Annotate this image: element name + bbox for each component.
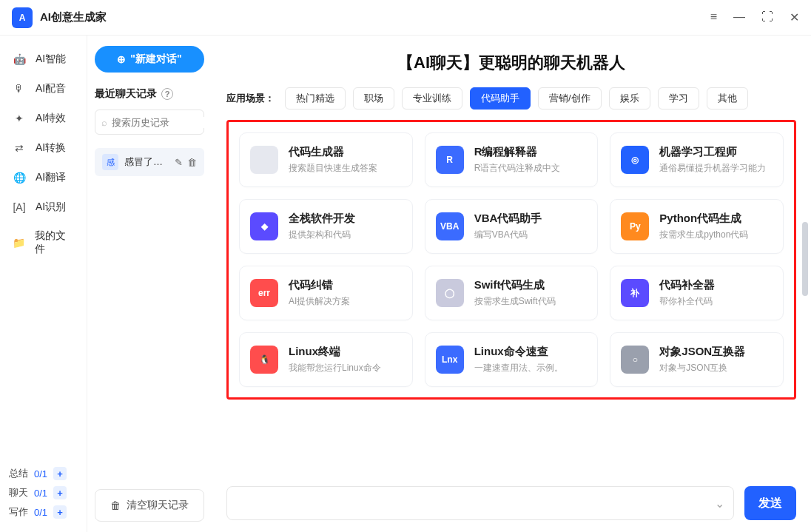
recent-chats-header: 最近聊天记录 ? xyxy=(95,87,204,101)
scene-chip-5[interactable]: 娱乐 xyxy=(609,87,650,110)
card-subtitle: 帮你补全代码 xyxy=(659,295,715,308)
tool-card-9[interactable]: 🐧Linux终端我能帮您运行Linux命令 xyxy=(239,332,413,387)
footer-label: 写作 xyxy=(9,505,28,519)
tool-card-5[interactable]: PyPython代码生成按需求生成python代码 xyxy=(610,199,784,254)
send-button[interactable]: 发送 xyxy=(744,486,796,520)
edit-icon[interactable]: ✎ xyxy=(175,157,183,168)
help-icon[interactable]: ? xyxy=(161,88,173,100)
tool-card-7[interactable]: ◯Swift代码生成按需求生成Swift代码 xyxy=(425,266,599,320)
sidebar-item-label: AI翻译 xyxy=(36,171,66,184)
chat-input[interactable]: ⌄ xyxy=(226,486,734,520)
chevron-down-icon[interactable]: ⌄ xyxy=(715,496,724,511)
card-subtitle: 按需求生成Swift代码 xyxy=(474,295,556,308)
sidebar-item-label: 我的文件 xyxy=(35,229,75,256)
card-body: Linux终端我能帮您运行Linux命令 xyxy=(289,345,381,374)
sidebar-item-label: AI配音 xyxy=(36,82,66,95)
minimize-icon[interactable]: — xyxy=(733,10,745,24)
scene-label: 应用场景： xyxy=(226,92,275,105)
sidebar-item-3[interactable]: ⇄AI转换 xyxy=(0,133,87,163)
window-controls: ≡ — ⛶ ✕ xyxy=(710,10,799,24)
card-icon: Lnx xyxy=(436,346,464,374)
card-icon: VBA xyxy=(436,212,464,240)
trash-icon: 🗑 xyxy=(110,499,121,511)
card-title: Python代码生成 xyxy=(659,212,748,226)
footer-label: 总结 xyxy=(9,467,28,480)
scene-chip-4[interactable]: 营销/创作 xyxy=(538,87,602,110)
sidebar-item-0[interactable]: 🤖AI智能 xyxy=(0,44,87,74)
history-search[interactable]: ⌕ xyxy=(95,110,204,135)
menu-icon[interactable]: ≡ xyxy=(710,10,717,24)
sidebar-item-5[interactable]: [A]AI识别 xyxy=(0,192,87,222)
card-body: R编程解释器R语言代码注释成中文 xyxy=(474,145,561,175)
card-subtitle: R语言代码注释成中文 xyxy=(474,162,561,175)
footer-row-1: 聊天0/1+ xyxy=(9,483,78,502)
card-body: 对象JSON互换器对象与JSON互换 xyxy=(659,345,745,374)
footer-row-0: 总结0/1+ xyxy=(9,464,78,483)
new-chat-label: "新建对话" xyxy=(130,53,181,66)
card-icon: err xyxy=(250,279,278,307)
card-title: 对象JSON互换器 xyxy=(659,345,745,359)
footer-plus-button[interactable]: + xyxy=(53,505,67,519)
sidebar-item-2[interactable]: ✦AI特效 xyxy=(0,104,87,133)
card-icon: 补 xyxy=(621,279,649,307)
card-subtitle: 按需求生成python代码 xyxy=(659,229,748,241)
card-icon: ◯ xyxy=(436,279,464,307)
card-body: 机器学习工程师通俗易懂提升机器学习能力 xyxy=(659,145,766,175)
card-subtitle: 编写VBA代码 xyxy=(474,229,542,241)
titlebar: A AI创意生成家 ≡ — ⛶ ✕ xyxy=(0,0,811,36)
scene-chip-7[interactable]: 其他 xyxy=(707,87,748,110)
footer-plus-button[interactable]: + xyxy=(53,486,67,499)
footer-row-2: 写作0/1+ xyxy=(9,502,78,522)
maximize-icon[interactable]: ⛶ xyxy=(761,10,773,24)
card-body: VBA代码助手编写VBA代码 xyxy=(474,212,542,241)
card-subtitle: 对象与JSON互换 xyxy=(659,362,745,374)
close-icon[interactable]: ✕ xyxy=(790,10,799,24)
card-icon xyxy=(250,146,278,174)
sidebar-footer: 总结0/1+聊天0/1+写作0/1+ xyxy=(0,457,87,532)
chat-history-panel: ⊕ "新建对话" 最近聊天记录 ? ⌕ 感 感冒了能… ✎ 🗑 🗑 清空聊天记录 xyxy=(87,36,212,532)
new-chat-button[interactable]: ⊕ "新建对话" xyxy=(95,46,204,73)
clear-history-button[interactable]: 🗑 清空聊天记录 xyxy=(95,489,204,522)
folder-icon: 📁 xyxy=(12,235,26,250)
card-title: Linux终端 xyxy=(289,345,381,359)
card-title: 全栈软件开发 xyxy=(289,212,355,226)
sidebar-item-6[interactable]: 📁我的文件 xyxy=(0,222,87,263)
tool-card-11[interactable]: ○对象JSON互换器对象与JSON互换 xyxy=(610,332,784,387)
sidebar-item-4[interactable]: 🌐AI翻译 xyxy=(0,163,87,192)
card-icon: ○ xyxy=(621,346,649,374)
card-icon: ◎ xyxy=(621,146,649,174)
translate-icon: 🌐 xyxy=(12,170,27,185)
card-title: VBA代码助手 xyxy=(474,212,542,226)
footer-plus-button[interactable]: + xyxy=(53,467,67,480)
sidebar-item-label: AI识别 xyxy=(36,201,66,214)
tool-card-2[interactable]: ◎机器学习工程师通俗易懂提升机器学习能力 xyxy=(610,132,784,187)
scene-chip-1[interactable]: 职场 xyxy=(353,87,394,110)
sidebar-item-label: AI转换 xyxy=(36,141,66,155)
footer-count: 0/1 xyxy=(34,468,47,479)
scrollbar[interactable] xyxy=(802,222,808,296)
tool-card-3[interactable]: ◆全栈软件开发提供架构和代码 xyxy=(239,199,413,254)
sidebar-item-label: AI特效 xyxy=(36,112,66,125)
tool-card-10[interactable]: LnxLinux命令速查一建速查用法、示例。 xyxy=(425,332,599,387)
scan-icon: [A] xyxy=(12,200,27,215)
main-panel: 【AI聊天】更聪明的聊天机器人 应用场景： 热门精选职场专业训练代码助手营销/创… xyxy=(212,36,811,532)
clear-history-label: 清空聊天记录 xyxy=(127,499,189,512)
scene-chip-2[interactable]: 专业训练 xyxy=(402,87,462,110)
tool-card-1[interactable]: RR编程解释器R语言代码注释成中文 xyxy=(425,132,599,187)
plus-icon: ⊕ xyxy=(117,53,126,65)
scene-chip-3[interactable]: 代码助手 xyxy=(470,87,531,110)
tool-card-0[interactable]: 代码生成器搜索题目快速生成答案 xyxy=(239,132,413,187)
card-subtitle: 我能帮您运行Linux命令 xyxy=(289,362,381,374)
card-body: Python代码生成按需求生成python代码 xyxy=(659,212,748,241)
sidebar: 🤖AI智能🎙AI配音✦AI特效⇄AI转换🌐AI翻译[A]AI识别📁我的文件 总结… xyxy=(0,36,87,532)
delete-icon[interactable]: 🗑 xyxy=(187,157,197,168)
tool-card-4[interactable]: VBAVBA代码助手编写VBA代码 xyxy=(425,199,599,254)
mic-icon: 🎙 xyxy=(12,81,27,96)
card-icon: R xyxy=(436,146,464,174)
history-item[interactable]: 感 感冒了能… ✎ 🗑 xyxy=(95,148,204,176)
tool-card-8[interactable]: 补代码补全器帮你补全代码 xyxy=(610,266,784,320)
tool-card-6[interactable]: err代码纠错AI提供解决方案 xyxy=(239,266,413,320)
scene-chip-0[interactable]: 热门精选 xyxy=(285,87,346,110)
scene-chip-6[interactable]: 学习 xyxy=(658,87,699,110)
sidebar-item-1[interactable]: 🎙AI配音 xyxy=(0,74,87,104)
